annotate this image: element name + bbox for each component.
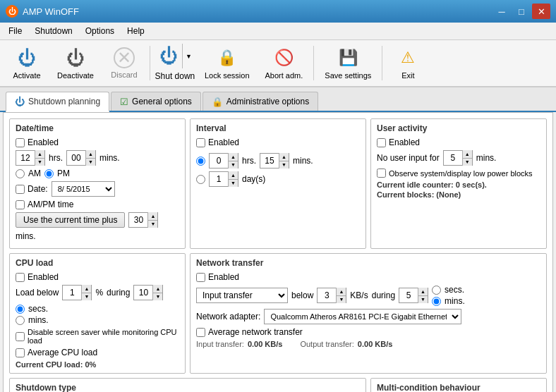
cpu-mins-radio[interactable] — [16, 316, 25, 325]
ampm-time-input[interactable] — [16, 200, 25, 209]
tab-shutdown-planning[interactable]: ⏻ Shutdown planning — [6, 92, 109, 112]
menu-file[interactable]: File — [3, 24, 28, 38]
useractivity-enabled-checkbox[interactable]: Enabled — [377, 137, 420, 147]
restore-button[interactable]: □ — [512, 4, 531, 19]
mins-value[interactable] — [67, 151, 85, 165]
no-input-mins-input[interactable]: ▲ ▼ — [443, 150, 473, 166]
interval-hrs-down[interactable]: ▼ — [228, 161, 238, 169]
net-below-up[interactable]: ▲ — [336, 288, 346, 296]
time-plus-up[interactable]: ▲ — [147, 212, 157, 221]
avg-net-input[interactable] — [196, 328, 205, 337]
interval-mins-input[interactable]: ▲ ▼ — [260, 153, 289, 169]
interval-days-radio[interactable] — [196, 175, 205, 184]
interval-hrs-radio[interactable] — [196, 157, 205, 166]
ampm-time-checkbox[interactable]: AM/PM time — [16, 200, 73, 209]
net-secs-radio[interactable] — [432, 286, 441, 295]
datetime-hrs-input[interactable]: ▲ ▼ — [16, 150, 45, 166]
interval-enabled-input[interactable] — [196, 138, 205, 147]
disable-screensaver-input[interactable] — [16, 332, 25, 341]
interval-days-value[interactable] — [210, 172, 228, 186]
net-enabled-checkbox[interactable]: Enabled — [196, 272, 239, 282]
menu-options[interactable]: Options — [80, 24, 120, 38]
datetime-enabled-checkbox[interactable]: Enabled — [16, 137, 59, 147]
net-secs-radio-label[interactable]: secs. — [432, 285, 465, 295]
date-select[interactable]: 8/ 5/2015 — [52, 181, 115, 197]
abort-button[interactable]: 🚫 Abort adm. — [259, 43, 310, 83]
time-plus-down[interactable]: ▼ — [147, 221, 157, 228]
interval-mins-up[interactable]: ▲ — [279, 153, 289, 161]
minimize-button[interactable]: ─ — [492, 4, 511, 19]
net-during-down[interactable]: ▼ — [418, 296, 428, 304]
no-input-down[interactable]: ▼ — [462, 159, 472, 166]
observe-checkbox[interactable]: Observe system/display low power blocks — [377, 169, 533, 178]
net-type-select[interactable]: Input transfer Output transfer Combined … — [196, 288, 288, 303]
am-radio-label[interactable]: AM — [16, 169, 41, 178]
tab-general-options[interactable]: ☑ General options — [111, 92, 201, 111]
shutdown-arrow-icon[interactable]: ▼ — [182, 44, 195, 68]
net-during-up[interactable]: ▲ — [418, 288, 428, 296]
cpuload-enabled-checkbox[interactable]: Enabled — [16, 272, 59, 282]
shutdown-button-group[interactable]: ⏻ ▼ Shut down — [155, 43, 195, 83]
no-input-up[interactable]: ▲ — [462, 150, 472, 159]
pm-radio-label[interactable]: PM — [44, 169, 70, 178]
use-current-time-btn[interactable]: Use the current time plus — [16, 212, 125, 228]
interval-enabled-checkbox[interactable]: Enabled — [196, 137, 239, 147]
cpu-mins-radio-label[interactable]: mins. — [16, 315, 49, 325]
deactivate-button[interactable]: ⏻ Deactivate — [51, 43, 100, 83]
datetime-enabled-input[interactable] — [16, 138, 25, 147]
time-plus-input[interactable]: ▲ ▼ — [128, 212, 158, 228]
menu-shutdown[interactable]: Shutdown — [29, 24, 78, 38]
avg-cpu-input[interactable] — [16, 348, 25, 357]
cpu-during-up[interactable]: ▲ — [152, 285, 162, 293]
net-below-value[interactable] — [318, 288, 336, 302]
close-button[interactable]: ✕ — [532, 4, 550, 19]
am-radio[interactable] — [16, 169, 25, 178]
cpu-secs-radio-label[interactable]: secs. — [16, 304, 49, 314]
menu-help[interactable]: Help — [121, 24, 150, 38]
net-mins-radio-label[interactable]: mins. — [432, 296, 465, 306]
date-enabled-input[interactable] — [16, 185, 25, 194]
avg-net-checkbox[interactable]: Average network transfer — [196, 327, 303, 337]
no-input-value[interactable] — [444, 151, 462, 165]
interval-mins-down[interactable]: ▼ — [279, 161, 289, 169]
net-during-input[interactable]: ▲ ▼ — [399, 288, 428, 303]
activate-button[interactable]: ⏻ Activate — [6, 43, 48, 83]
interval-days-down[interactable]: ▼ — [228, 180, 238, 188]
cpu-secs-radio[interactable] — [16, 305, 25, 314]
interval-hrs-value[interactable] — [210, 154, 228, 168]
discard-button[interactable]: ✕ Discard — [103, 43, 145, 83]
load-pct-input[interactable]: ▲ ▼ — [62, 285, 92, 300]
cpuload-enabled-input[interactable] — [16, 273, 25, 282]
net-mins-radio[interactable] — [432, 297, 441, 306]
cpu-during-down[interactable]: ▼ — [152, 293, 162, 301]
lock-session-button[interactable]: 🔒 Lock session — [198, 43, 256, 83]
disable-screensaver-checkbox[interactable]: Disable screen saver while monitoring CP… — [16, 328, 179, 345]
interval-hrs-up[interactable]: ▲ — [228, 153, 238, 161]
date-enabled-checkbox[interactable]: Date: — [16, 184, 48, 194]
hrs-down[interactable]: ▼ — [35, 159, 44, 166]
load-pct-up[interactable]: ▲ — [81, 285, 91, 293]
cpu-during-input[interactable]: ▲ ▼ — [133, 285, 163, 300]
net-below-down[interactable]: ▼ — [336, 296, 346, 304]
save-settings-button[interactable]: 💾 Save settings — [318, 43, 377, 83]
hrs-up[interactable]: ▲ — [35, 150, 44, 159]
net-below-input[interactable]: ▲ ▼ — [317, 288, 346, 303]
hrs-value[interactable] — [16, 151, 35, 165]
load-pct-value[interactable] — [63, 286, 81, 300]
interval-mins-value[interactable] — [260, 154, 279, 168]
net-adapter-select[interactable]: Qualcomm Atheros AR8161 PCI-E Gigabit Et… — [264, 309, 461, 324]
avg-cpu-checkbox[interactable]: Average CPU load — [16, 348, 97, 357]
net-during-value[interactable] — [399, 288, 418, 302]
interval-days-input[interactable]: ▲ ▼ — [209, 171, 238, 187]
tab-admin-options[interactable]: 🔒 Administrative options — [203, 92, 318, 111]
mins-up[interactable]: ▲ — [85, 150, 95, 159]
interval-hrs-input[interactable]: ▲ ▼ — [209, 153, 238, 169]
pm-radio[interactable] — [44, 169, 54, 178]
net-enabled-input[interactable] — [196, 273, 205, 282]
cpu-during-value[interactable] — [134, 286, 152, 300]
useractivity-enabled-input[interactable] — [377, 138, 386, 147]
time-plus-value[interactable] — [129, 213, 147, 227]
observe-input[interactable] — [377, 169, 386, 178]
interval-days-up[interactable]: ▲ — [228, 171, 238, 180]
mins-down[interactable]: ▼ — [85, 159, 95, 166]
